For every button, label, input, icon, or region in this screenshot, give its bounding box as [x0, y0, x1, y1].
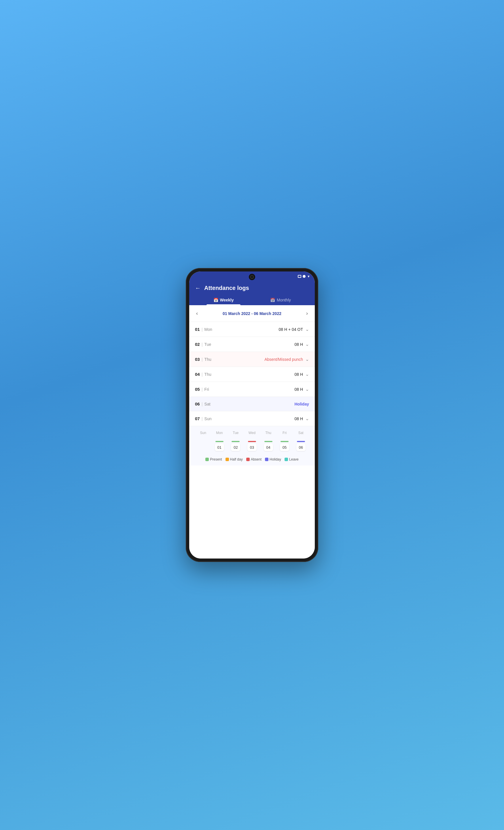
legend-absent: Absent [246, 457, 262, 461]
legend-present-label: Present [210, 457, 222, 461]
tab-bar: 📅 Weekly 📅 Monthly [195, 295, 309, 305]
day-row-02[interactable]: 02 | Tue 08 H ⌄ [189, 337, 315, 352]
cal-num-05: 05 [280, 444, 289, 451]
day-num-05: 05 [195, 387, 200, 392]
day-status-06: Holiday [294, 402, 309, 406]
calendar-weekly-icon: 📅 [213, 298, 218, 302]
cal-num-06: 06 [296, 444, 306, 451]
legend-halfday-dot [226, 458, 229, 461]
day-name-05: Fri [204, 387, 209, 392]
hours-07: 08 H [294, 416, 303, 421]
day-num-02: 02 [195, 342, 200, 347]
day-name-07: Sun [204, 416, 212, 421]
day-status-02: 08 H ⌄ [294, 342, 309, 347]
cal-day-03[interactable]: 03 [246, 438, 258, 451]
day-label-02: 02 | Tue [195, 342, 211, 347]
day-num-04: 04 [195, 372, 200, 377]
day-row-07[interactable]: 07 | Sun 08 H ⌄ [189, 411, 315, 426]
date-range-label: 01 March 2022 - 06 March 2022 [223, 311, 281, 316]
indicator-05 [280, 441, 289, 442]
holiday-label-06: Holiday [294, 402, 309, 406]
wifi-icon: ▼ [307, 275, 310, 278]
tab-weekly[interactable]: 📅 Weekly [195, 295, 252, 305]
expand-icon-03[interactable]: ⌄ [305, 356, 309, 362]
main-content: ‹ 01 March 2022 - 06 March 2022 › 01 | M… [189, 305, 315, 558]
expand-icon-07[interactable]: ⌄ [305, 416, 309, 421]
legend-leave-label: Leave [289, 457, 299, 461]
day-label-06: 06 | Sat [195, 402, 210, 406]
legend-holiday: Holiday [265, 457, 281, 461]
day-label-05: 05 | Fri [195, 387, 209, 392]
weekday-headers: Sun Mon Tue Wed Thu Fri Sat [195, 431, 309, 435]
legend-absent-dot [246, 458, 250, 461]
hours-05: 08 H [294, 387, 303, 392]
expand-icon-01[interactable]: ⌄ [305, 326, 309, 332]
legend-leave-dot [284, 458, 288, 461]
hours-02: 08 H [294, 342, 303, 347]
day-name-04: Thu [204, 372, 211, 377]
calendar-monthly-icon: 📅 [270, 298, 275, 302]
notch-area: ▼ [189, 272, 315, 281]
back-button[interactable]: ← [195, 285, 201, 291]
day-status-04: 08 H ⌄ [294, 372, 309, 377]
page-title: Attendance logs [204, 285, 249, 291]
cal-num-03: 03 [247, 444, 257, 451]
cal-num-04: 04 [264, 444, 273, 451]
indicator-03 [248, 441, 256, 442]
expand-icon-02[interactable]: ⌄ [305, 342, 309, 347]
next-week-button[interactable]: › [304, 309, 310, 318]
absent-label-03: Absent/Missed punch [264, 357, 303, 362]
cal-day-02[interactable]: 02 [230, 438, 241, 451]
legend-absent-label: Absent [251, 457, 262, 461]
legend-halfday-label: Half day [230, 457, 243, 461]
day-num-07: 07 [195, 416, 200, 421]
weekday-thu: Thu [263, 431, 274, 435]
weekday-sun: Sun [197, 431, 209, 435]
cal-day-06[interactable]: 06 [295, 438, 307, 451]
legend-holiday-dot [265, 458, 268, 461]
day-label-04: 04 | Thu [195, 372, 211, 377]
hours-04: 08 H [294, 372, 303, 377]
day-row-06[interactable]: 06 | Sat Holiday [189, 397, 315, 411]
indicator-04 [264, 441, 272, 442]
tab-weekly-label: Weekly [220, 298, 234, 302]
day-label-03: 03 | Thu [195, 357, 211, 362]
day-name-02: Tue [204, 342, 211, 347]
day-num-06: 06 [195, 402, 200, 406]
legend: Present Half day Absent Holiday Leave [189, 454, 315, 466]
day-num-01: 01 [195, 327, 200, 332]
wifi-circle-icon [303, 275, 306, 278]
cal-num-01: 01 [215, 444, 224, 451]
hours-01: 08 H + 04 OT [279, 327, 303, 332]
calendar-row: 01 02 03 04 [195, 438, 309, 451]
day-status-05: 08 H ⌄ [294, 386, 309, 392]
prev-week-button[interactable]: ‹ [194, 309, 200, 318]
day-row-01[interactable]: 01 | Mon 08 H + 04 OT ⌄ [189, 322, 315, 337]
day-row-04[interactable]: 04 | Thu 08 H ⌄ [189, 367, 315, 382]
day-name-03: Thu [204, 357, 211, 362]
day-name-01: Mon [204, 327, 212, 332]
tab-monthly-label: Monthly [277, 298, 291, 302]
legend-halfday: Half day [226, 457, 243, 461]
cal-num-02: 02 [231, 444, 240, 451]
weekday-wed: Wed [246, 431, 258, 435]
weekday-fri: Fri [279, 431, 290, 435]
cal-day-01[interactable]: 01 [214, 438, 225, 451]
day-status-03: Absent/Missed punch ⌄ [264, 356, 309, 362]
phone-screen: ▼ ← Attendance logs 📅 Weekly 📅 Monthly [189, 272, 315, 558]
tab-monthly[interactable]: 📅 Monthly [252, 295, 309, 305]
day-row-05[interactable]: 05 | Fri 08 H ⌄ [189, 382, 315, 397]
cal-day-05[interactable]: 05 [279, 438, 290, 451]
indicator-02 [232, 441, 240, 442]
weekday-sat: Sat [295, 431, 307, 435]
day-row-03[interactable]: 03 | Thu Absent/Missed punch ⌄ [189, 352, 315, 367]
indicator-01 [215, 441, 224, 442]
expand-icon-05[interactable]: ⌄ [305, 386, 309, 392]
camera [249, 274, 255, 280]
legend-leave: Leave [284, 457, 299, 461]
header-top: ← Attendance logs [195, 285, 309, 295]
expand-icon-04[interactable]: ⌄ [305, 372, 309, 377]
cal-day-04[interactable]: 04 [263, 438, 274, 451]
app-header: ← Attendance logs 📅 Weekly 📅 Monthly [189, 281, 315, 305]
phone-frame: ▼ ← Attendance logs 📅 Weekly 📅 Monthly [186, 268, 318, 562]
